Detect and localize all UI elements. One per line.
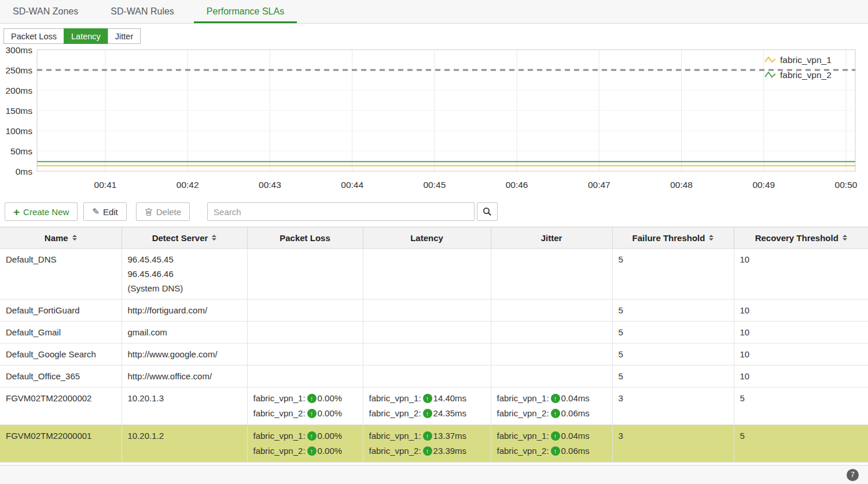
detect-server-line: 96.45.46.46 <box>128 267 241 281</box>
table-row[interactable]: Default_Office_365 http://www.office.com… <box>0 365 868 387</box>
footer-bar: 7 <box>0 465 868 484</box>
detect-server-line: 10.20.1.3 <box>128 391 241 405</box>
detect-server-line: http://www.google.com/ <box>128 347 241 361</box>
member-label: fabric_vpn_1: <box>369 428 421 444</box>
search-button[interactable] <box>477 202 498 221</box>
main-tab-bar: SD-WAN Zones SD-WAN Rules Performance SL… <box>0 0 868 24</box>
latency-cell <box>363 249 491 300</box>
status-up-icon: ↑ <box>551 431 560 441</box>
search-input[interactable] <box>207 202 475 221</box>
status-up-icon: ↑ <box>423 446 432 456</box>
col-header-recovery-threshold-label: Recovery Threshold <box>755 233 838 243</box>
metric-tab-jitter[interactable]: Jitter <box>108 28 141 44</box>
detect-server-cell: gmail.com <box>122 322 247 343</box>
sla-table-body: Default_DNS 96.45.45.4596.45.46.46(Syste… <box>0 249 868 463</box>
member-label: fabric_vpn_1: <box>369 391 421 406</box>
sla-name-cell: Default_FortiGuard <box>0 300 122 322</box>
detect-server-cell: 10.20.1.3 <box>122 387 247 425</box>
jitter-cell <box>491 249 612 300</box>
table-row[interactable]: Default_DNS 96.45.45.4596.45.46.46(Syste… <box>0 249 868 300</box>
failure-threshold-cell: 5 <box>612 249 734 300</box>
detect-server-cell: 10.20.1.2 <box>122 425 247 463</box>
table-row[interactable]: Default_FortiGuard http://fortiguard.com… <box>0 300 868 322</box>
latency-chart: 0ms50ms100ms150ms200ms250ms300ms00:4100:… <box>0 45 868 198</box>
failure-threshold-cell: 5 <box>612 365 734 387</box>
jitter-cell: fabric_vpn_1:↑0.04msfabric_vpn_2:↑0.06ms <box>491 425 612 463</box>
status-up-icon: ↑ <box>423 409 432 418</box>
member-label: fabric_vpn_2: <box>497 444 549 459</box>
member-label: fabric_vpn_1: <box>253 391 306 406</box>
svg-text:00:48: 00:48 <box>670 180 693 190</box>
packet-loss-cell: fabric_vpn_1:↑0.00%fabric_vpn_2:↑0.00% <box>247 387 363 425</box>
packet-loss-cell: fabric_vpn_1:↑0.00%fabric_vpn_2:↑0.00% <box>247 425 363 463</box>
member-label: fabric_vpn_2: <box>253 444 306 459</box>
trash-icon <box>145 208 153 216</box>
svg-text:00:49: 00:49 <box>752 180 775 190</box>
col-header-detect-server[interactable]: Detect Server <box>122 227 247 249</box>
svg-text:200ms: 200ms <box>5 86 32 95</box>
member-label: fabric_vpn_1: <box>497 428 549 444</box>
latency-entry: fabric_vpn_1:↑13.37ms <box>369 428 485 444</box>
failure-threshold-cell: 3 <box>612 387 734 425</box>
col-header-packet-loss: Packet Loss <box>247 227 363 249</box>
member-label: fabric_vpn_2: <box>369 406 421 421</box>
tab-performance-slas[interactable]: Performance SLAs <box>194 0 297 23</box>
detect-server-cell: http://fortiguard.com/ <box>122 300 247 322</box>
status-up-icon: ↑ <box>423 431 432 441</box>
sla-name-cell: Default_Google Search <box>0 343 122 365</box>
recovery-threshold-cell: 10 <box>734 322 868 343</box>
recovery-threshold-cell: 10 <box>734 249 868 300</box>
sort-icon <box>709 232 713 243</box>
metric-tab-latency[interactable]: Latency <box>64 28 108 44</box>
member-label: fabric_vpn_2: <box>253 406 306 421</box>
detect-server-line: http://fortiguard.com/ <box>128 303 241 317</box>
detect-server-line: gmail.com <box>128 325 241 339</box>
table-row[interactable]: FGVM02TM22000001 10.20.1.2 fabric_vpn_1:… <box>0 425 868 463</box>
detect-server-line: (System DNS) <box>128 281 241 295</box>
col-header-failure-threshold-label: Failure Threshold <box>632 233 705 243</box>
status-up-icon: ↑ <box>551 394 560 403</box>
svg-text:00:47: 00:47 <box>588 180 610 190</box>
sla-table: Name Detect Server Packet Loss Latency J… <box>0 227 868 463</box>
recovery-threshold-cell: 5 <box>734 425 868 463</box>
col-header-name-label: Name <box>45 233 68 243</box>
detect-server-line: 10.20.1.2 <box>128 428 241 443</box>
status-up-icon: ↑ <box>307 431 317 441</box>
sla-name-cell: Default_Office_365 <box>0 365 122 387</box>
status-up-icon: ↑ <box>551 409 560 418</box>
svg-text:00:50: 00:50 <box>835 180 858 190</box>
table-row[interactable]: Default_Gmail gmail.com 5 10 <box>0 322 868 343</box>
jitter-cell <box>491 322 612 343</box>
col-header-name[interactable]: Name <box>0 227 122 249</box>
jitter-entry: fabric_vpn_2:↑0.06ms <box>497 444 606 459</box>
latency-cell <box>363 365 491 387</box>
tab-sdwan-zones[interactable]: SD-WAN Zones <box>0 0 91 23</box>
table-row[interactable]: FGVM02TM22000002 10.20.1.3 fabric_vpn_1:… <box>0 387 868 425</box>
status-up-icon: ↑ <box>307 409 317 418</box>
metric-toggle: Packet Loss Latency Jitter <box>0 24 868 45</box>
create-new-button[interactable]: + Create New <box>5 202 78 221</box>
metric-value: 0.00% <box>318 444 343 459</box>
metric-value: 24.35ms <box>433 406 467 421</box>
recovery-threshold-cell: 10 <box>734 300 868 322</box>
svg-text:fabric_vpn_2: fabric_vpn_2 <box>780 70 832 80</box>
metric-tab-packet-loss[interactable]: Packet Loss <box>3 28 64 44</box>
packet-loss-cell <box>247 365 363 387</box>
jitter-entry: fabric_vpn_1:↑0.04ms <box>497 428 606 444</box>
svg-text:100ms: 100ms <box>5 126 32 136</box>
table-row[interactable]: Default_Google Search http://www.google.… <box>0 343 868 365</box>
edit-label: Edit <box>103 207 118 217</box>
plus-icon: + <box>13 206 20 217</box>
packet-loss-cell <box>247 300 363 322</box>
detect-server-cell: http://www.google.com/ <box>122 343 247 365</box>
col-header-recovery-threshold[interactable]: Recovery Threshold <box>734 227 868 249</box>
latency-cell: fabric_vpn_1:↑14.40msfabric_vpn_2:↑24.35… <box>363 387 491 425</box>
delete-button[interactable]: Delete <box>136 202 190 221</box>
edit-button[interactable]: ✎ Edit <box>83 202 126 221</box>
tab-sdwan-rules[interactable]: SD-WAN Rules <box>98 0 187 23</box>
col-header-failure-threshold[interactable]: Failure Threshold <box>612 227 734 249</box>
status-up-icon: ↑ <box>423 394 432 403</box>
metric-value: 0.00% <box>318 406 343 421</box>
col-header-detect-server-label: Detect Server <box>152 233 208 243</box>
jitter-cell <box>491 300 612 322</box>
